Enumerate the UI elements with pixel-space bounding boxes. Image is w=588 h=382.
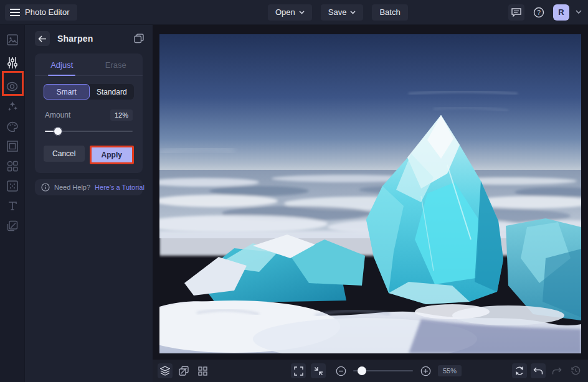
grid-icon[interactable] <box>195 363 210 378</box>
amount-label: Amount <box>45 111 70 119</box>
eye-icon[interactable] <box>2 77 22 96</box>
feedback-chat-icon[interactable] <box>508 4 524 21</box>
textures-icon[interactable] <box>2 176 22 196</box>
zoom-slider-handle[interactable] <box>358 366 366 375</box>
mode-toggle: Smart Standard <box>44 84 134 100</box>
bottombar-left <box>158 363 210 378</box>
tab-adjust[interactable]: Adjust <box>35 54 89 75</box>
layers-icon[interactable] <box>158 363 173 378</box>
tab-erase[interactable]: Erase <box>89 54 143 75</box>
panel-title: Sharpen <box>57 34 93 44</box>
open-button[interactable]: Open <box>268 4 312 21</box>
hamburger-icon <box>10 9 20 16</box>
zoom-slider[interactable] <box>353 366 413 375</box>
history-controls <box>512 363 583 378</box>
amount-slider[interactable] <box>45 127 133 136</box>
zoom-out-icon[interactable] <box>333 363 348 378</box>
main-menu-button[interactable]: Photo Editor <box>5 4 77 21</box>
history-icon[interactable] <box>568 363 583 378</box>
user-avatar[interactable]: R <box>553 4 569 21</box>
refresh-icon[interactable] <box>512 363 527 378</box>
help-icon[interactable]: ? <box>531 4 547 21</box>
panel-tabs: Adjust Erase <box>35 54 143 76</box>
zoom-controls: 55% <box>291 363 462 378</box>
bottombar: 55% <box>153 360 588 382</box>
info-icon <box>41 183 50 192</box>
image-manager-icon[interactable] <box>176 363 191 378</box>
sharpen-card: Adjust Erase Smart Standard Amount 12% C… <box>35 54 143 173</box>
help-card: Need Help? Here's a Tutorial <box>35 179 143 195</box>
photo-editor-app: Photo Editor Open Save Batch ? R <box>0 0 588 382</box>
amount-value-field[interactable]: 12% <box>110 109 133 121</box>
chevron-down-icon <box>350 11 356 14</box>
effects-sparkles-icon[interactable] <box>2 96 22 116</box>
action-buttons: Cancel Apply <box>44 146 134 164</box>
amount-row: Amount 12% <box>45 109 133 121</box>
graphics-icon[interactable] <box>2 216 22 236</box>
cancel-button[interactable]: Cancel <box>44 146 85 162</box>
panel-header: Sharpen <box>25 25 153 52</box>
frames-icon[interactable] <box>2 136 22 156</box>
topbar: Photo Editor Open Save Batch ? R <box>0 0 588 25</box>
mode-standard-button[interactable]: Standard <box>90 84 135 100</box>
back-arrow-icon[interactable] <box>35 31 50 46</box>
tool-sidebar <box>0 25 25 382</box>
save-button[interactable]: Save <box>321 4 364 21</box>
svg-text:?: ? <box>537 9 541 16</box>
zoom-in-icon[interactable] <box>418 363 433 378</box>
copies-icon[interactable] <box>134 34 144 44</box>
canvas-area <box>153 25 588 360</box>
image-icon[interactable] <box>2 30 22 50</box>
slider-handle[interactable] <box>54 127 62 136</box>
chevron-down-icon <box>299 11 305 14</box>
app-title: Photo Editor <box>25 7 70 17</box>
overlays-shapes-icon[interactable] <box>2 156 22 176</box>
topbar-actions: Open Save Batch <box>268 4 408 21</box>
mode-smart-button[interactable]: Smart <box>44 84 90 100</box>
sharpen-panel: Sharpen Adjust Erase Smart Standard Amou… <box>25 25 153 382</box>
tutorial-link[interactable]: Here's a Tutorial <box>95 184 145 191</box>
fit-screen-icon[interactable] <box>311 363 326 378</box>
undo-icon[interactable] <box>531 363 546 378</box>
apply-button[interactable]: Apply <box>92 147 133 162</box>
fullscreen-icon[interactable] <box>291 363 306 378</box>
adjust-sliders-icon[interactable] <box>2 53 22 73</box>
account-chevron-down-icon[interactable] <box>576 10 582 14</box>
artsy-palette-icon[interactable] <box>2 116 22 136</box>
text-tool-icon[interactable] <box>2 196 22 216</box>
highlight-box-apply: Apply <box>90 146 135 164</box>
redo-icon[interactable] <box>549 363 564 378</box>
help-text: Need Help? <box>54 184 90 191</box>
zoom-level-field[interactable]: 55% <box>438 365 462 376</box>
batch-button[interactable]: Batch <box>372 4 407 21</box>
photo-iceberg[interactable] <box>159 34 581 353</box>
topbar-right: ? R <box>508 4 582 21</box>
